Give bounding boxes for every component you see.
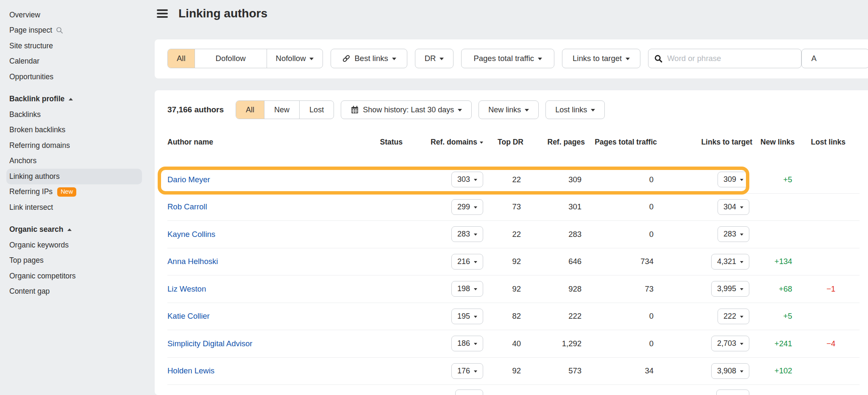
links-to-target-dropdown[interactable]: 222: [718, 309, 749, 324]
links-to-target-dropdown[interactable]: 3,908: [711, 363, 749, 379]
lost-links-cell: −1: [795, 284, 846, 294]
sidebar-item-label: Referring domains: [9, 141, 70, 150]
filter-tab-nofollow[interactable]: Nofollow: [267, 49, 323, 68]
column-header-new-links[interactable]: New links: [752, 137, 795, 147]
table-row: Holden Lewis17692573343,908+102: [167, 358, 860, 385]
author-link[interactable]: Dario Meyer: [167, 175, 210, 184]
links-to-target-dropdown[interactable]: 283: [718, 226, 749, 242]
menu-icon[interactable]: [157, 9, 168, 19]
column-header-lost-links[interactable]: Lost links: [795, 137, 846, 147]
new-links-filter-button[interactable]: New links: [479, 100, 539, 119]
ref-domains-dropdown[interactable]: 195: [451, 309, 483, 324]
advanced-filter-button-clipped[interactable]: A: [801, 49, 868, 68]
column-header-author-name[interactable]: Author name: [167, 137, 369, 147]
ref-domains-cell: 195: [403, 309, 483, 324]
column-header-label: Lost links: [811, 138, 846, 146]
new-links-cell: +241: [752, 339, 795, 348]
author-link[interactable]: Anna Helhoski: [167, 257, 218, 266]
filter-button-dr[interactable]: DR: [415, 49, 454, 68]
ref-domains-dropdown-value: 176: [457, 367, 470, 376]
chevron-down-icon: [740, 206, 743, 209]
sidebar-item-broken-backlinks[interactable]: Broken backlinks: [6, 122, 142, 138]
word-or-phrase-input[interactable]: [667, 54, 795, 63]
history-tab-new[interactable]: New: [264, 101, 299, 119]
author-name-cell: Holden Lewis: [167, 366, 369, 376]
author-link[interactable]: Rob Carroll: [167, 202, 207, 211]
pages-total-traffic-cell: 0: [585, 339, 657, 348]
sidebar-item-anchors[interactable]: Anchors: [6, 153, 142, 169]
table-row: Rob Carroll299733010304: [167, 194, 860, 221]
links-to-target-dropdown[interactable]: 2,703: [711, 336, 749, 351]
new-links-cell: +5: [752, 312, 795, 321]
column-header-ref-domains[interactable]: Ref. domains: [403, 137, 483, 147]
sidebar-item-content-gap[interactable]: Content gap: [6, 284, 142, 300]
sidebar-item-label: Overview: [9, 11, 40, 19]
ref-domains-dropdown[interactable]: 176: [451, 363, 483, 379]
column-header-links-to-target[interactable]: Links to target: [657, 137, 752, 147]
calendar-icon: [351, 106, 359, 114]
sidebar-item-label: Link intersect: [9, 203, 53, 212]
sidebar: OverviewPage inspectSite structureCalend…: [0, 0, 155, 395]
ref-domains-dropdown[interactable]: 283: [451, 226, 483, 242]
sidebar-item-backlinks[interactable]: Backlinks: [6, 107, 142, 122]
sidebar-item-page-inspect[interactable]: Page inspect: [6, 23, 142, 39]
column-header-pages-total-traffic[interactable]: Pages total traffic: [585, 137, 657, 147]
filter-tab-dofollow[interactable]: Dofollow: [195, 49, 267, 68]
lost-links-filter-button[interactable]: Lost links: [545, 100, 605, 119]
author-link[interactable]: Kayne Collins: [167, 230, 215, 239]
sidebar-item-referring-domains[interactable]: Referring domains: [6, 138, 142, 153]
links-to-target-dropdown[interactable]: 3,995: [711, 281, 749, 297]
ref-domains-dropdown[interactable]: 198: [451, 281, 483, 297]
sidebar-item-referring-ips[interactable]: Referring IPsNew: [6, 184, 142, 200]
filter-button-best-links[interactable]: Best links: [331, 49, 407, 68]
new-badge: New: [57, 187, 76, 197]
column-header-label: Ref. pages: [548, 138, 585, 146]
filter-button-pages-total-traffic[interactable]: Pages total traffic: [461, 49, 554, 68]
sidebar-item-label: Page inspect: [9, 26, 52, 35]
column-header-status[interactable]: Status: [369, 137, 403, 147]
top-dr-cell: 92: [483, 284, 523, 294]
column-header-top-dr[interactable]: Top DR: [483, 137, 523, 147]
chevron-down-icon: [474, 206, 477, 209]
show-history-button[interactable]: Show history: Last 30 days: [341, 100, 472, 119]
ref-domains-dropdown[interactable]: 186: [451, 336, 483, 351]
ref-domains-dropdown[interactable]: 303: [451, 172, 483, 187]
links-to-target-dropdown-value: 3,908: [717, 367, 736, 376]
sidebar-item-calendar[interactable]: Calendar: [6, 54, 142, 70]
links-to-target-dropdown[interactable]: 304: [718, 199, 749, 215]
ref-domains-cell: 176: [403, 363, 483, 379]
ref-domains-dropdown-value: 216: [457, 257, 470, 266]
filter-tab-all[interactable]: All: [168, 49, 195, 68]
filter-button-links-to-target[interactable]: Links to target: [562, 49, 640, 68]
history-tab-all[interactable]: All: [236, 101, 264, 119]
links-to-target-dropdown[interactable]: 4,321: [711, 254, 749, 270]
sidebar-section-organic-search[interactable]: Organic search: [6, 222, 142, 238]
sidebar-item-organic-keywords[interactable]: Organic keywords: [6, 237, 142, 253]
ref-domains-dropdown[interactable]: [455, 389, 483, 395]
author-name-cell: Kayne Collins: [167, 230, 369, 239]
sidebar-item-overview[interactable]: Overview: [6, 7, 142, 23]
sidebar-item-site-structure[interactable]: Site structure: [6, 38, 142, 54]
sidebar-item-organic-competitors[interactable]: Organic competitors: [6, 268, 142, 284]
pages-total-traffic-cell: 0: [585, 202, 657, 211]
ref-domains-cell: 216: [403, 254, 483, 270]
sidebar-item-opportunities[interactable]: Opportunities: [6, 69, 142, 85]
ref-domains-dropdown[interactable]: 299: [451, 199, 483, 215]
filter-button-label: Pages total traffic: [473, 54, 534, 63]
links-to-target-dropdown[interactable]: [716, 389, 749, 395]
author-name-cell: Dario Meyer: [167, 175, 369, 184]
ref-domains-dropdown[interactable]: 216: [451, 254, 483, 270]
author-link[interactable]: Holden Lewis: [167, 366, 214, 375]
sidebar-item-top-pages[interactable]: Top pages: [6, 253, 142, 269]
column-header-ref-pages[interactable]: Ref. pages: [523, 137, 585, 147]
top-dr-cell: 40: [483, 339, 523, 348]
author-link[interactable]: Katie Collier: [167, 312, 210, 320]
ref-domains-cell: 303: [403, 172, 483, 187]
links-to-target-dropdown[interactable]: 309: [718, 172, 749, 187]
author-link[interactable]: Simplicity Digital Advisor: [167, 339, 252, 348]
sidebar-section-backlink-profile[interactable]: Backlink profile: [6, 92, 142, 107]
sidebar-item-link-intersect[interactable]: Link intersect: [6, 200, 142, 215]
history-tab-lost[interactable]: Lost: [299, 101, 334, 119]
sidebar-item-linking-authors[interactable]: Linking authors: [6, 169, 142, 184]
author-link[interactable]: Liz Weston: [167, 284, 206, 293]
